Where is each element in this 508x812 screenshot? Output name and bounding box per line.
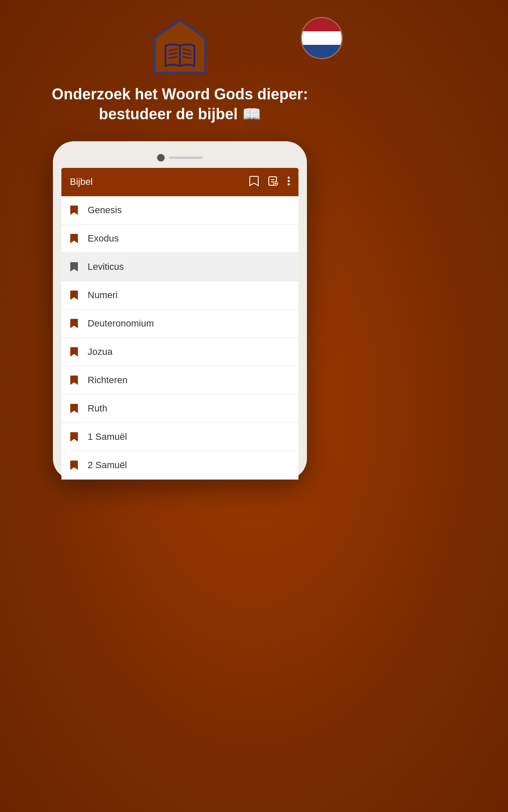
more-options-icon[interactable] <box>287 176 290 188</box>
phone-speaker <box>169 156 203 159</box>
book-name: Ruth <box>88 403 107 414</box>
bible-list-item[interactable]: Numeri <box>61 281 298 310</box>
svg-point-14 <box>288 180 290 182</box>
bible-books-list: Genesis Exodus Leviticus Numeri Deuteron… <box>61 196 298 480</box>
app-toolbar: Bijbel <box>61 168 298 196</box>
bible-list-item[interactable]: Exodus <box>61 225 298 253</box>
book-name: Richteren <box>88 375 127 386</box>
bible-list-item[interactable]: Jozua <box>61 338 298 366</box>
app-icon <box>150 17 210 76</box>
bible-list-item[interactable]: 2 Samuël <box>61 451 298 480</box>
toolbar-title: Bijbel <box>70 176 93 187</box>
bible-list-item[interactable]: Deuteronomium <box>61 310 298 338</box>
bookmark-toolbar-icon[interactable] <box>249 176 259 189</box>
top-area: Onderzoek het Woord Gods dieper: bestude… <box>0 0 360 480</box>
phone-mockup: Bijbel <box>53 141 307 480</box>
language-flag[interactable] <box>301 17 343 59</box>
book-name: Numeri <box>88 290 118 301</box>
bible-list-item[interactable]: Ruth <box>61 395 298 423</box>
toolbar-icons <box>249 176 290 189</box>
book-name: Deuteronomium <box>88 318 154 329</box>
book-name: Leviticus <box>88 261 124 272</box>
phone-camera <box>157 154 165 162</box>
bible-list-item[interactable]: Genesis <box>61 196 298 225</box>
bible-list-item[interactable]: Richteren <box>61 366 298 395</box>
bible-list-item[interactable]: Leviticus <box>61 253 298 281</box>
add-note-icon[interactable] <box>268 176 278 188</box>
book-name: Jozua <box>88 346 113 357</box>
phone-screen: Bijbel <box>61 168 298 480</box>
flag-blue-stripe <box>302 45 342 58</box>
phone-top-bar <box>61 150 298 168</box>
book-name: Genesis <box>88 205 122 216</box>
svg-point-13 <box>288 176 290 178</box>
book-name: 2 Samuël <box>88 460 127 471</box>
bible-list-item[interactable]: 1 Samuël <box>61 423 298 451</box>
flag-white-stripe <box>302 31 342 44</box>
book-name: Exodus <box>88 233 119 244</box>
headline-text: Onderzoek het Woord Gods dieper: bestude… <box>0 85 360 124</box>
flag-red-stripe <box>302 18 342 31</box>
book-name: 1 Samuël <box>88 431 127 442</box>
svg-point-15 <box>288 183 290 185</box>
